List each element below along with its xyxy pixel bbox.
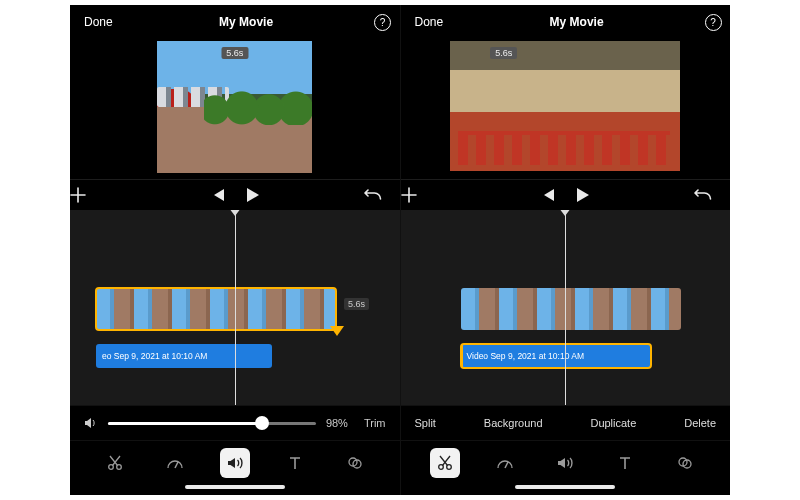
help-button[interactable]: ? [696,14,730,31]
playhead[interactable] [235,210,236,405]
duplicate-action[interactable]: Duplicate [590,417,636,429]
audio-track[interactable]: Video Sep 9, 2021 at 10:10 AM [461,344,651,368]
volume-slider[interactable] [108,422,316,425]
screenshot-left: Done My Movie ? 5.6s [70,5,400,495]
speed-tool[interactable] [490,448,520,478]
detached-audio-clip[interactable]: eo Sep 9, 2021 at 10:10 AM [96,344,272,368]
volume-thumb[interactable] [255,416,269,430]
add-media-button[interactable] [70,187,106,203]
speaker-icon [84,417,98,429]
undo-button[interactable] [694,188,730,202]
cut-tool[interactable] [430,448,460,478]
filter-tool[interactable] [670,448,700,478]
audio-tool[interactable] [220,448,250,478]
skip-start-button[interactable] [211,189,225,201]
clip-actions-row: Split Background Duplicate Delete [401,405,731,440]
playhead[interactable] [565,210,566,405]
app-header: Done My Movie ? [401,5,731,39]
screenshot-right: Done My Movie ? 5.6s [400,5,731,495]
cut-tool[interactable] [100,448,130,478]
play-button[interactable] [577,188,589,202]
delete-action[interactable]: Delete [684,417,716,429]
audio-track[interactable]: eo Sep 9, 2021 at 10:10 AM [96,344,272,368]
filter-tool[interactable] [340,448,370,478]
done-button[interactable]: Done [401,15,458,29]
play-button[interactable] [247,188,259,202]
timeline[interactable]: 5.6s eo Sep 9, 2021 at 10:10 AM [70,210,400,405]
add-media-button[interactable] [401,187,437,203]
help-button[interactable]: ? [366,14,400,31]
tool-bar [401,440,731,485]
app-header: Done My Movie ? [70,5,400,39]
clip-duration-pill: 5.6s [490,47,517,59]
video-track[interactable] [96,288,336,330]
clip-duration-pill: 5.6s [221,47,248,59]
background-action[interactable]: Background [484,417,543,429]
audio-clip-label: Video Sep 9, 2021 at 10:10 AM [467,351,585,361]
help-icon: ? [374,14,391,31]
volume-percent: 98% [326,417,348,429]
video-track[interactable] [461,288,681,330]
help-icon: ? [705,14,722,31]
tool-bar [70,440,400,485]
done-button[interactable]: Done [70,15,127,29]
detached-audio-clip[interactable]: Video Sep 9, 2021 at 10:10 AM [461,344,651,368]
volume-row: 98% Trim [70,405,400,440]
transport-bar [401,179,731,210]
split-action[interactable]: Split [415,417,436,429]
preview-frame: 5.6s [450,41,680,171]
undo-button[interactable] [364,188,400,202]
text-tool[interactable] [610,448,640,478]
video-clip[interactable] [461,288,681,330]
timeline[interactable]: Video Sep 9, 2021 at 10:10 AM [401,210,731,405]
preview-area[interactable]: 5.6s [401,39,731,179]
home-indicator[interactable] [401,485,731,495]
trim-label[interactable]: Trim [364,417,386,429]
trim-start-handle[interactable] [461,344,463,368]
skip-start-button[interactable] [541,189,555,201]
project-title: My Movie [127,15,366,29]
speed-tool[interactable] [160,448,190,478]
audio-tool[interactable] [550,448,580,478]
text-tool[interactable] [280,448,310,478]
project-title: My Movie [457,15,696,29]
home-indicator[interactable] [70,485,400,495]
clip-duration-badge: 5.6s [344,298,369,310]
transport-bar [70,179,400,210]
audio-clip-label: eo Sep 9, 2021 at 10:10 AM [102,351,207,361]
trim-end-handle[interactable] [330,326,344,336]
preview-frame: 5.6s [157,41,312,173]
video-clip[interactable] [96,288,336,330]
preview-area[interactable]: 5.6s [70,39,400,179]
